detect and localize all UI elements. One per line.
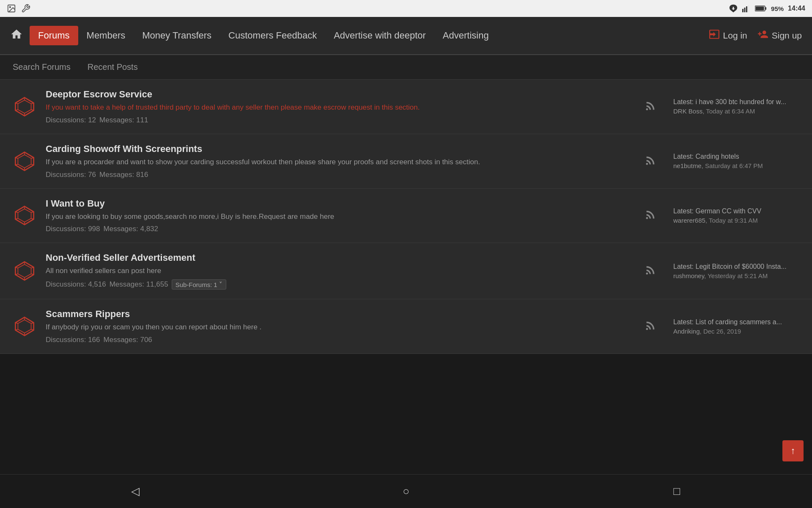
forum-content: Deeptor Escrow Service If you want to ta…: [46, 89, 628, 124]
messages-label: Messages: 11,655: [110, 280, 168, 289]
forum-latest: Latest: German CC with CVV warerer685, T…: [673, 207, 800, 224]
login-button[interactable]: Log in: [709, 29, 747, 42]
forum-icon: [12, 314, 37, 339]
forum-row: Deeptor Escrow Service If you want to ta…: [0, 80, 812, 134]
forum-icon: [12, 203, 37, 228]
forum-title[interactable]: Deeptor Escrow Service: [46, 89, 628, 100]
forum-row: Non-Verified Seller Advertisement All no…: [0, 243, 812, 299]
forum-rss-icon[interactable]: [645, 264, 656, 278]
svg-marker-46: [18, 320, 31, 333]
forum-title[interactable]: Scammers Rippers: [46, 309, 628, 320]
status-bar-left: [7, 4, 30, 13]
forum-desc: If anybody rip you or scam you then you …: [46, 322, 628, 332]
svg-marker-19: [18, 155, 31, 168]
forum-content: I Want to Buy If you are looking to buy …: [46, 198, 628, 234]
latest-title: Latest: Carding hotels: [673, 153, 796, 160]
signup-label: Sign up: [772, 30, 802, 41]
svg-point-17: [646, 108, 648, 110]
signup-button[interactable]: Sign up: [757, 29, 802, 42]
forum-latest: Latest: Carding hotels ne1butme, Saturda…: [673, 153, 800, 169]
discussions-label: Discussions: 998: [46, 225, 100, 233]
discussions-label: Discussions: 4,516: [46, 280, 106, 289]
home-nav-button[interactable]: [10, 28, 23, 43]
svg-rect-4: [746, 6, 747, 12]
svg-rect-7: [765, 7, 767, 10]
forum-desc: If you are looking to buy some goods,sea…: [46, 212, 628, 222]
svg-point-26: [646, 163, 648, 165]
svg-point-44: [646, 273, 648, 275]
nav-auth: Log in Sign up: [709, 29, 802, 42]
messages-label: Messages: 4,832: [104, 225, 158, 233]
forum-desc: If you want to take a help of trusted th…: [46, 102, 628, 113]
status-bar: 95% 14:44: [0, 0, 812, 17]
svg-marker-10: [18, 100, 31, 113]
latest-title: Latest: German CC with CVV: [673, 207, 796, 215]
subforums-badge[interactable]: Sub-Forums: 1 ˅: [172, 279, 226, 290]
nav-customers-feedback[interactable]: Customers Feedback: [220, 26, 325, 45]
forum-meta: Discussions: 12 Messages: 111: [46, 116, 628, 124]
svg-marker-37: [18, 265, 31, 278]
svg-rect-8: [756, 7, 764, 11]
home-button[interactable]: ○: [393, 479, 419, 504]
nav-money-transfers[interactable]: Money Transfers: [134, 26, 220, 45]
forum-row: Carding Showoff With Screenprints If you…: [0, 134, 812, 189]
svg-point-53: [646, 328, 648, 330]
svg-rect-5: [748, 5, 749, 12]
login-icon: [709, 29, 720, 42]
discussions-label: Discussions: 12: [46, 116, 96, 124]
recent-posts-link[interactable]: Recent Posts: [88, 62, 138, 72]
forum-rss-icon[interactable]: [645, 209, 656, 222]
nav-members[interactable]: Members: [78, 26, 134, 45]
forum-title[interactable]: Carding Showoff With Screenprints: [46, 144, 628, 155]
forum-content: Carding Showoff With Screenprints If you…: [46, 144, 628, 179]
forum-icon: [12, 94, 37, 119]
forum-row: I Want to Buy If you are looking to buy …: [0, 189, 812, 243]
forum-title[interactable]: I Want to Buy: [46, 198, 628, 209]
svg-point-35: [646, 217, 648, 219]
wifi-icon: [729, 4, 738, 13]
tool-icon: [21, 4, 30, 13]
back-button[interactable]: ◁: [123, 479, 148, 504]
battery-icon: [755, 5, 767, 12]
svg-rect-2: [742, 9, 743, 12]
latest-title: Latest: i have 300 btc hundred for w...: [673, 98, 796, 106]
forum-icon: [12, 149, 37, 174]
forum-meta: Discussions: 998 Messages: 4,832: [46, 225, 628, 233]
messages-label: Messages: 816: [99, 171, 148, 179]
forum-latest: Latest: Legit Bitcoin of $60000 Insta...…: [673, 263, 800, 279]
battery-percent: 95%: [771, 5, 784, 12]
sub-nav: Search Forums Recent Posts: [0, 55, 812, 80]
forum-meta: Discussions: 166 Messages: 706: [46, 336, 628, 344]
scroll-top-button[interactable]: ↑: [782, 440, 804, 461]
nav-advertising[interactable]: Advertising: [434, 26, 497, 45]
discussions-label: Discussions: 76: [46, 171, 96, 179]
forum-list: Deeptor Escrow Service If you want to ta…: [0, 80, 812, 354]
latest-user: DRK Boss, Today at 6:34 AM: [673, 108, 800, 115]
forum-row: Scammers Rippers If anybody rip you or s…: [0, 299, 812, 354]
forum-meta: Discussions: 76 Messages: 816: [46, 171, 628, 179]
latest-user: rushmoney, Yesterday at 5:21 AM: [673, 272, 800, 279]
forum-meta: Discussions: 4,516 Messages: 11,655 Sub-…: [46, 279, 628, 290]
messages-label: Messages: 111: [99, 116, 148, 124]
forum-latest: Latest: List of carding scammers a... An…: [673, 318, 800, 335]
login-label: Log in: [723, 30, 747, 41]
image-icon: [7, 4, 16, 13]
latest-title: Latest: List of carding scammers a...: [673, 318, 796, 326]
status-bar-right: 95% 14:44: [729, 4, 805, 13]
forum-rss-icon[interactable]: [645, 100, 656, 113]
messages-label: Messages: 706: [104, 336, 152, 344]
forum-content: Scammers Rippers If anybody rip you or s…: [46, 309, 628, 344]
nav-advertise[interactable]: Advertise with deeptor: [325, 26, 434, 45]
forum-rss-icon[interactable]: [645, 155, 656, 168]
search-forums-link[interactable]: Search Forums: [13, 62, 71, 72]
forum-rss-icon[interactable]: [645, 320, 656, 333]
svg-point-1: [9, 6, 11, 8]
nav-forums[interactable]: Forums: [30, 26, 78, 45]
time-display: 14:44: [788, 5, 805, 12]
svg-rect-3: [744, 8, 746, 12]
forum-desc: If you are a procarder and want to show …: [46, 157, 628, 167]
recents-button[interactable]: □: [664, 479, 689, 504]
latest-user: ne1butme, Saturday at 6:47 PM: [673, 162, 800, 169]
forum-content: Non-Verified Seller Advertisement All no…: [46, 252, 628, 290]
forum-title[interactable]: Non-Verified Seller Advertisement: [46, 252, 628, 263]
